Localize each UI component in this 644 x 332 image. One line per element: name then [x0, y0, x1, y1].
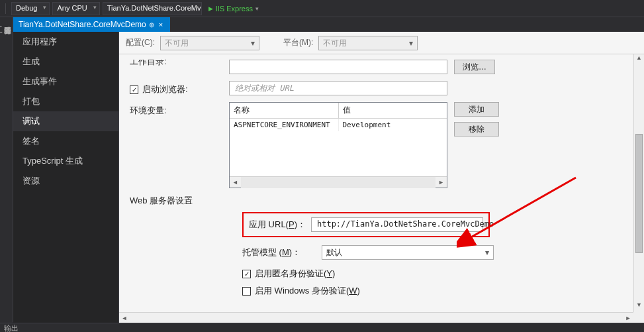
scroll-left-icon[interactable]: ◄ [119, 313, 130, 323]
toolbar-separator [5, 3, 6, 14]
app-url-highlight: 应用 URL(P)： http://TianYa.DotNetShare.Cor… [242, 212, 490, 237]
scroll-down-icon[interactable]: ▼ [634, 302, 644, 312]
scrollbar-corner [633, 312, 644, 323]
windows-auth-checkbox[interactable]: 启用 Windows 身份验证(W) [242, 285, 623, 297]
add-button[interactable]: 添加 [454, 102, 499, 117]
close-icon[interactable]: × [157, 21, 165, 28]
server-explorer-tab[interactable]: 服务器资源管理器 [3, 21, 13, 317]
scroll-body: 工作目录: ━━━━━━━━━━ 浏览… 启动浏览器: 绝对或相对 URL 环境… [119, 54, 633, 312]
platform-select[interactable]: 不可用 [318, 36, 418, 50]
document-tab-active[interactable]: TianYa.DotNetShare.CoreMvcDemo ⊕ × [13, 17, 170, 32]
launch-browser-row: 启动浏览器: 绝对或相对 URL [130, 81, 623, 95]
run-button[interactable]: IIS Express▾ [205, 3, 263, 14]
pin-icon[interactable]: ⊕ [149, 21, 154, 28]
top-toolbar: Debug Any CPU TianYa.DotNetShare.CoreMvc… [0, 0, 644, 17]
config-label: 配置(C): [126, 37, 155, 48]
checkbox-checked-icon [130, 85, 138, 94]
nav-debug[interactable]: 调试 [13, 111, 118, 131]
left-tool-strip[interactable]: 服务器资源管理器 工 工具箱 [0, 17, 13, 322]
config-platform-bar: 配置(C): 不可用 平台(M): 不可用 [119, 32, 644, 54]
startup-project-dropdown[interactable]: TianYa.DotNetShare.CoreMvcD… [103, 2, 202, 15]
browse-button[interactable]: 浏览… [454, 60, 495, 74]
config-select[interactable]: 不可用 [160, 36, 259, 50]
vertical-scrollbar[interactable]: ▲ ▼ [633, 54, 644, 312]
anon-auth-checkbox[interactable]: 启用匿名身份验证(Y) [242, 268, 623, 280]
checkbox-checked-icon [242, 270, 251, 278]
nav-typescript-build[interactable]: TypeScript 生成 [13, 151, 118, 171]
properties-side-nav: 应用程序 生成 生成事件 打包 调试 签名 TypeScript 生成 资源 [13, 32, 119, 323]
platform-dropdown[interactable]: Any CPU [52, 2, 99, 15]
workdir-input[interactable]: ━━━━━━━━━━ [229, 60, 447, 74]
app-url-input[interactable]: http://TianYa.DotNetShare.CoreMvcDemo [311, 217, 483, 232]
app-url-label: 应用 URL(P)： [249, 219, 306, 231]
table-row[interactable]: ASPNETCORE_ENVIRONMENT Development [230, 119, 447, 131]
env-vars-label: 环境变量: [130, 102, 229, 117]
scroll-right-icon[interactable]: ► [436, 179, 447, 186]
nav-signing[interactable]: 签名 [13, 131, 118, 151]
nav-application[interactable]: 应用程序 [13, 32, 118, 52]
env-col-name[interactable]: 名称 [230, 103, 339, 118]
env-col-value[interactable]: 值 [339, 103, 447, 118]
scroll-right-icon[interactable]: ► [623, 313, 633, 323]
nav-package[interactable]: 打包 [13, 91, 118, 111]
launch-browser-input[interactable]: 绝对或相对 URL [229, 81, 447, 95]
hosting-model-label: 托管模型 (M)： [242, 247, 316, 258]
horizontal-scrollbar[interactable]: ◄ ► [119, 312, 633, 323]
nav-build-events[interactable]: 生成事件 [13, 72, 118, 91]
properties-content: 配置(C): 不可用 平台(M): 不可用 工作目录: ━━━━━━━━━━ 浏… [119, 32, 644, 323]
env-vars-row: 环境变量: 名称 值 ASPNETCORE_ENVIRONMENT Develo… [130, 102, 623, 188]
env-hscroll[interactable]: ◄ ► [230, 176, 447, 188]
checkbox-unchecked-icon [242, 287, 251, 296]
scroll-up-icon[interactable]: ▲ [634, 54, 644, 65]
workdir-label: 工作目录: [130, 60, 229, 69]
scrollbar-thumb[interactable] [635, 134, 643, 253]
launch-browser-checkbox[interactable]: 启动浏览器: [130, 83, 229, 95]
toolbox-icon[interactable]: 工 [0, 24, 3, 36]
document-tab-title: TianYa.DotNetShare.CoreMvcDemo [19, 20, 146, 29]
nav-resources[interactable]: 资源 [13, 171, 118, 191]
env-vars-table[interactable]: 名称 值 ASPNETCORE_ENVIRONMENT Development … [229, 102, 447, 188]
web-server-section-title: Web 服务器设置 [130, 195, 623, 207]
nav-build[interactable]: 生成 [13, 52, 118, 72]
output-panel-tab[interactable]: 输出 [0, 323, 644, 332]
platform-label: 平台(M): [283, 37, 313, 48]
hosting-model-select[interactable]: 默认 [322, 245, 494, 260]
scroll-left-icon[interactable]: ◄ [230, 179, 241, 186]
workdir-row: 工作目录: ━━━━━━━━━━ 浏览… [130, 60, 623, 74]
config-dropdown[interactable]: Debug [11, 2, 50, 15]
document-tab-row: TianYa.DotNetShare.CoreMvcDemo ⊕ × [13, 17, 644, 32]
remove-button[interactable]: 移除 [454, 122, 499, 137]
